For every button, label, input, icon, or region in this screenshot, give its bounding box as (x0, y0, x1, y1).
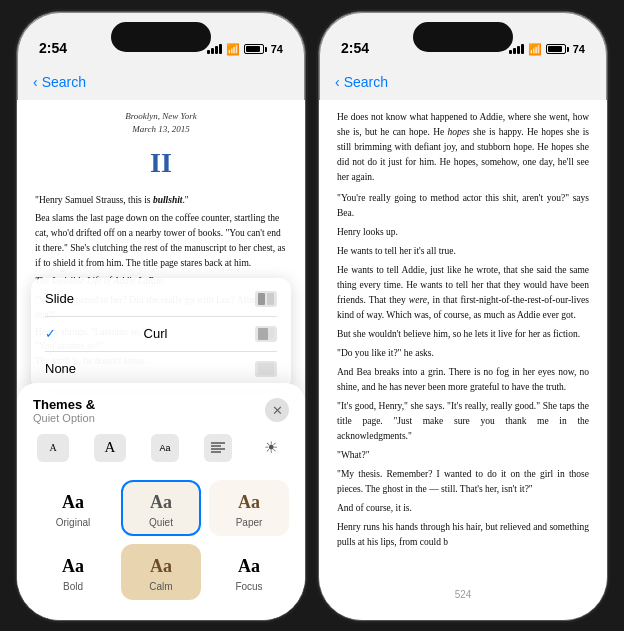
right-para-2: "You're really going to method actor thi… (337, 191, 589, 221)
wifi-icon: 📶 (226, 43, 240, 56)
chapter-number: II (35, 141, 287, 184)
theme-calm-card[interactable]: Aa Calm (121, 544, 201, 600)
svg-rect-0 (258, 293, 265, 305)
theme-focus-label: Focus (235, 581, 262, 592)
nav-bar-right: ‹ Search (319, 64, 607, 100)
status-icons-left: 📶 74 (207, 43, 283, 56)
increase-font-button[interactable]: A (94, 434, 126, 462)
right-para-3: Henry looks up. (337, 225, 589, 240)
time-right: 2:54 (341, 40, 369, 56)
slide-option[interactable]: Slide (31, 282, 291, 316)
right-para-1: He does not know what happened to Addie,… (337, 110, 589, 185)
right-para-12: And of course, it is. (337, 501, 589, 516)
themes-header: Themes & Quiet Option ✕ (33, 397, 289, 424)
theme-calm-preview: Aa (150, 556, 172, 577)
right-phone: 2:54 📶 74 ‹ (318, 11, 608, 621)
decrease-font-button[interactable]: A (37, 434, 69, 462)
brightness-button[interactable]: ☀ (257, 434, 285, 462)
signal-icon-right (509, 44, 524, 54)
dynamic-island-right (413, 22, 513, 52)
theme-bold-card[interactable]: Aa Bold (33, 544, 113, 600)
theme-quiet-preview: Aa (150, 492, 172, 513)
theme-quiet-label: Quiet (149, 517, 173, 528)
svg-rect-1 (267, 293, 274, 305)
chevron-left-icon-right: ‹ (335, 74, 340, 90)
signal-icon (207, 44, 222, 54)
battery-level-right: 74 (573, 43, 585, 55)
book-content-left: Brooklyn, New York March 13, 2015 II "He… (17, 100, 305, 620)
left-phone: 2:54 📶 74 ‹ (16, 11, 306, 621)
themes-title-block: Themes & Quiet Option (33, 397, 95, 424)
back-button-left[interactable]: ‹ Search (33, 74, 86, 90)
battery-icon (244, 44, 267, 54)
back-label-left: Search (42, 74, 86, 90)
back-button-right[interactable]: ‹ Search (335, 74, 388, 90)
slide-icon (255, 291, 277, 307)
theme-paper-label: Paper (236, 517, 263, 528)
svg-rect-2 (258, 328, 268, 340)
right-para-8: And Bea breaks into a grin. There is no … (337, 365, 589, 395)
page-turn-menu[interactable]: Slide ✓ Curl None (31, 278, 291, 390)
right-para-9: "It's good, Henry," she says. "It's real… (337, 399, 589, 444)
curl-icon (255, 326, 277, 342)
font-controls: A A Aa ☀ (33, 428, 289, 468)
none-option[interactable]: None (31, 352, 291, 386)
theme-quiet-card[interactable]: Aa Quiet (121, 480, 201, 536)
theme-original-label: Original (56, 517, 90, 528)
book-location: Brooklyn, New York March 13, 2015 (35, 110, 287, 138)
font-family-button[interactable]: Aa (151, 434, 179, 462)
theme-focus-preview: Aa (238, 556, 260, 577)
theme-original-preview: Aa (62, 492, 84, 513)
right-para-11: "My thesis. Remember? I wanted to do it … (337, 467, 589, 497)
none-icon (255, 361, 277, 377)
none-label: None (45, 361, 76, 376)
slide-label: Slide (45, 291, 74, 306)
status-icons-right: 📶 74 (509, 43, 585, 56)
theme-paper-preview: Aa (238, 492, 260, 513)
book-text-right: He does not know what happened to Addie,… (319, 100, 607, 560)
right-para-6: But she wouldn't believe him, so he lets… (337, 327, 589, 342)
right-para-5: He wants to tell Addie, just like he wro… (337, 263, 589, 323)
book-paragraph-2: Bea slams the last page down on the coff… (35, 211, 287, 270)
book-header: Brooklyn, New York March 13, 2015 II (35, 110, 287, 185)
dynamic-island (111, 22, 211, 52)
right-para-13: Henry runs his hands through his hair, b… (337, 520, 589, 550)
theme-original-card[interactable]: Aa Original (33, 480, 113, 536)
battery-icon-right (546, 44, 569, 54)
page-number: 524 (455, 589, 472, 600)
curl-label: Curl (144, 326, 168, 341)
checkmark-icon: ✓ (45, 326, 56, 341)
text-align-button[interactable] (204, 434, 232, 462)
time-left: 2:54 (39, 40, 67, 56)
theme-calm-label: Calm (149, 581, 172, 592)
theme-bold-label: Bold (63, 581, 83, 592)
wifi-icon-right: 📶 (528, 43, 542, 56)
theme-paper-card[interactable]: Aa Paper (209, 480, 289, 536)
themes-overlay: Themes & Quiet Option ✕ A A Aa (17, 383, 305, 620)
theme-focus-card[interactable]: Aa Focus (209, 544, 289, 600)
right-para-10: "What?" (337, 448, 589, 463)
back-label-right: Search (344, 74, 388, 90)
right-para-4: He wants to tell her it's all true. (337, 244, 589, 259)
svg-rect-3 (258, 363, 274, 375)
curl-option[interactable]: ✓ Curl (31, 317, 291, 351)
theme-bold-preview: Aa (62, 556, 84, 577)
themes-title: Themes & (33, 397, 95, 412)
close-themes-button[interactable]: ✕ (265, 398, 289, 422)
book-content-right: He does not know what happened to Addie,… (319, 100, 607, 620)
chevron-left-icon: ‹ (33, 74, 38, 90)
battery-level: 74 (271, 43, 283, 55)
themes-subtitle: Quiet Option (33, 412, 95, 424)
book-paragraph-1: "Henry Samuel Strauss, this is bullshit.… (35, 193, 287, 208)
theme-cards: Aa Original Aa Quiet Aa Paper (33, 480, 289, 600)
nav-bar-left: ‹ Search (17, 64, 305, 100)
right-para-7: "Do you like it?" he asks. (337, 346, 589, 361)
